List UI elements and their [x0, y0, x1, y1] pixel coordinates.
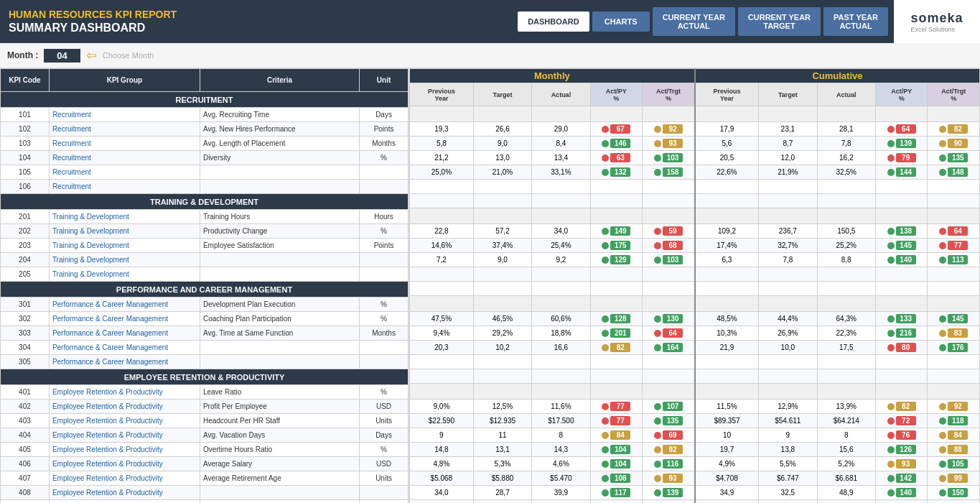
table-row: 34,028,739,911713934,932,548,9140150 — [410, 486, 980, 500]
data-cell: 80 — [875, 341, 928, 355]
kpi-group-cell: Employee Retention & Productivity — [49, 486, 200, 500]
kpi-code-cell: 304 — [1, 341, 50, 355]
data-cell: 113 — [928, 253, 980, 267]
criteria-cell — [200, 180, 359, 194]
table-row: 47,5%46,5%60,6%12813048,5%44,4%64,3%1331… — [410, 312, 980, 326]
empty-cell — [875, 355, 928, 369]
data-cell: 201 — [590, 326, 643, 341]
kpi-code-cell: 302 — [1, 312, 50, 326]
data-cell: 7,8 — [759, 253, 817, 267]
empty-cell — [875, 267, 928, 282]
empty-cell — [532, 369, 590, 384]
data-cell: 126 — [875, 443, 928, 457]
kpi-group-cell: Recruitment — [49, 165, 200, 180]
table-row: 9,0%12,5%11,6%7710711,5%12,9%13,9%8292 — [410, 400, 980, 414]
kpi-group-cell: Employee Retention & Productivity — [49, 457, 200, 471]
col-m-actual: Actual — [532, 83, 590, 106]
data-cell: 29,2% — [473, 326, 531, 341]
data-cell: 12,9% — [759, 400, 817, 414]
nav-current-year-actual[interactable]: CURRENT YEAR ACTUAL — [653, 7, 735, 36]
kpi-table-body: RECRUITMENT101RecruitmentAvg. Recruiting… — [1, 92, 409, 504]
left-kpi-table: KPI Code KPI Group Criteria Unit RECRUIT… — [0, 68, 409, 503]
table-row: 102RecruitmentAvg. New Hires Performance… — [1, 122, 409, 137]
data-cell: 17,5 — [817, 341, 875, 355]
empty-cell — [590, 267, 643, 282]
nav-charts[interactable]: CHARTS — [592, 11, 650, 32]
table-row: 401Employee Retention & ProductivityLeav… — [1, 385, 409, 400]
criteria-cell — [200, 165, 359, 180]
month-label: Month : — [7, 50, 38, 60]
data-cell: 103 — [643, 253, 695, 267]
col-c-target: Target — [759, 83, 817, 106]
data-cell: 118 — [928, 414, 980, 428]
data-cell: 67 — [590, 122, 643, 137]
data-cell: 140 — [875, 486, 928, 500]
kpi-code-cell: 105 — [1, 165, 50, 180]
empty-cell — [759, 194, 817, 208]
data-cell: 8 — [532, 428, 590, 443]
kpi-group-cell: Employee Retention & Productivity — [49, 428, 200, 443]
empty-cell — [759, 267, 817, 282]
data-cell: 32,7% — [759, 239, 817, 253]
nav-past-year-actual[interactable]: PAST YEAR ACTUAL — [823, 7, 888, 36]
data-cell: 76 — [875, 428, 928, 443]
kpi-code-cell: 205 — [1, 267, 50, 282]
data-cell: 140 — [875, 253, 928, 267]
data-cell: 8 — [817, 428, 875, 443]
kpi-group-cell: Recruitment — [49, 137, 200, 151]
unit-cell: % — [360, 297, 409, 312]
logo-sub: Excel Solutions — [910, 26, 963, 33]
table-row: 106Recruitment — [1, 180, 409, 194]
nav-dashboard[interactable]: DASHBOARD — [518, 11, 589, 32]
section-header-0: RECRUITMENT — [1, 92, 409, 108]
data-cell: 37,4% — [473, 239, 531, 253]
data-cell: $5.470 — [532, 471, 590, 486]
table-row: 201Training & DevelopmentTraining HoursH… — [1, 210, 409, 224]
col-c-acttrgt: Act/Trgt% — [928, 83, 980, 106]
col-kpi-group: KPI Group — [49, 69, 200, 92]
data-cell: 59 — [643, 224, 695, 239]
data-cell: 10,2 — [473, 341, 531, 355]
unit-cell: Points — [360, 239, 409, 253]
kpi-code-cell: 405 — [1, 443, 50, 457]
kpi-code-cell: 305 — [1, 355, 50, 369]
data-cell: 9 — [410, 428, 474, 443]
data-cell: $12.935 — [473, 414, 531, 428]
criteria-cell — [200, 341, 359, 355]
unit-cell: Months — [360, 326, 409, 341]
table-row: $5.068$5.880$5.47010893$4.708$6.747$6.68… — [410, 471, 980, 486]
empty-cell — [532, 282, 590, 296]
empty-cell — [928, 180, 980, 194]
kpi-group-cell: Recruitment — [49, 108, 200, 122]
kpi-table-header: KPI Code KPI Group Criteria Unit — [1, 69, 409, 92]
table-row: 7,29,09,21291036,37,88,8140113 — [410, 253, 980, 267]
data-cell: 9,4% — [410, 326, 474, 341]
data-cell: 44,4% — [759, 312, 817, 326]
empty-cell — [759, 282, 817, 296]
cumulative-header: Cumulative — [695, 69, 980, 83]
data-cell: 9,2 — [532, 253, 590, 267]
table-row: 104RecruitmentDiversity% — [1, 151, 409, 165]
data-cell: 69 — [643, 428, 695, 443]
table-row: 202Training & DevelopmentProductivity Ch… — [1, 224, 409, 239]
kpi-code-cell: 406 — [1, 457, 50, 471]
data-cell: 92 — [928, 400, 980, 414]
data-cell: 47,5% — [410, 312, 474, 326]
data-cell: 13,0 — [473, 151, 531, 165]
data-cell: 39,9 — [532, 486, 590, 500]
data-cell: 13,8 — [759, 443, 817, 457]
kpi-code-cell: 103 — [1, 137, 50, 151]
criteria-cell: Coaching Plan Participation — [200, 312, 359, 326]
data-cell: 28,7 — [473, 486, 531, 500]
data-cell: 133 — [875, 312, 928, 326]
criteria-cell: Average Retirement Age — [200, 471, 359, 486]
kpi-group-cell: Performance & Career Management — [49, 341, 200, 355]
criteria-cell: Avg. Recruiting Time — [200, 108, 359, 122]
data-cell: 93 — [643, 471, 695, 486]
empty-cell — [643, 500, 695, 504]
kpi-code-cell: 407 — [1, 471, 50, 486]
table-row — [410, 194, 980, 208]
col-m-actpy: Act/PY% — [590, 83, 643, 106]
nav-current-year-target[interactable]: CURRENT YEAR TARGET — [738, 7, 821, 36]
data-cell: 12,5% — [473, 400, 531, 414]
